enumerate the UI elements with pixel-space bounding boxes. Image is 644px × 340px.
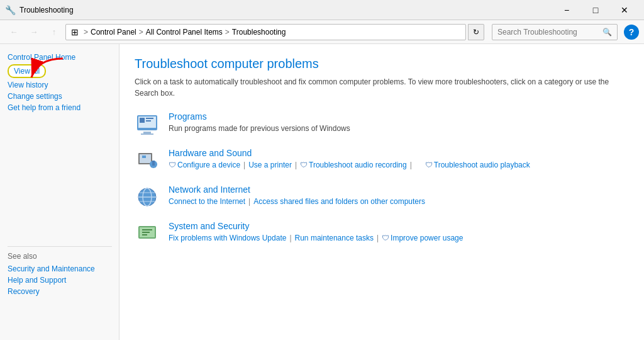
address-bar: ← → ↑ ⊞ > Control Panel > All Control Pa…	[0, 20, 644, 44]
svg-rect-10	[152, 161, 155, 166]
search-icon: 🔍	[602, 28, 612, 37]
refresh-button[interactable]: ↻	[468, 24, 484, 40]
window-icon: 🔧	[5, 5, 16, 15]
main-layout: Control Panel Home View all View history…	[0, 44, 644, 340]
troubleshoot-audio-playback-link[interactable]: Troubleshoot audio playback	[434, 161, 530, 169]
see-also-label: See also	[0, 252, 119, 261]
network-title[interactable]: Network and Internet	[169, 184, 629, 195]
troubleshoot-audio-recording-link[interactable]: Troubleshoot audio recording	[309, 161, 407, 169]
content-area: Troubleshoot computer problems Click on …	[119, 44, 644, 340]
page-description: Click on a task to automatically trouble…	[135, 76, 629, 99]
sidebar-recovery[interactable]: Recovery	[8, 286, 112, 297]
sidebar-get-help[interactable]: Get help from a friend	[8, 102, 111, 113]
configure-device-link[interactable]: Configure a device	[177, 161, 240, 169]
sidebar: Control Panel Home View all View history…	[0, 44, 119, 340]
svg-rect-6	[141, 133, 153, 135]
programs-links: Run programs made for previous versions …	[169, 124, 629, 133]
use-printer-link[interactable]: Use a printer	[248, 161, 292, 169]
sidebar-help-support[interactable]: Help and Support	[8, 275, 112, 286]
page-title: Troubleshoot computer problems	[135, 57, 629, 71]
fix-windows-update-link[interactable]: Fix problems with Windows Update	[169, 234, 286, 242]
svg-rect-3	[146, 118, 153, 119]
maximize-button[interactable]: □	[581, 0, 610, 20]
svg-rect-20	[142, 232, 150, 233]
system-security-title[interactable]: System and Security	[169, 221, 629, 231]
svg-rect-21	[142, 234, 147, 235]
network-icon	[135, 184, 160, 210]
svg-rect-5	[143, 132, 151, 133]
title-bar: 🔧 Troubleshooting − □ ✕	[0, 0, 644, 20]
close-button[interactable]: ✕	[610, 0, 639, 20]
hardware-sound-info: Hardware and Sound 🛡 Configure a device …	[169, 148, 629, 169]
access-shared-files-link[interactable]: Access shared files and folders on other…	[253, 197, 425, 206]
programs-desc: Run programs made for previous versions …	[169, 124, 350, 133]
category-system-security: System and Security Fix problems with Wi…	[135, 221, 629, 246]
hardware-sound-links: 🛡 Configure a device | Use a printer | 🛡…	[169, 161, 629, 169]
sidebar-see-also: Security and Maintenance Help and Suppor…	[0, 263, 119, 297]
address-path[interactable]: ⊞ > Control Panel > All Control Panel It…	[65, 24, 466, 40]
minimize-button[interactable]: −	[552, 0, 581, 20]
window-controls: − □ ✕	[552, 0, 639, 20]
sidebar-change-settings[interactable]: Change settings	[8, 91, 111, 102]
connect-internet-link[interactable]: Connect to the Internet	[169, 197, 245, 206]
sidebar-security-maintenance[interactable]: Security and Maintenance	[8, 263, 112, 275]
window-title: Troubleshooting	[19, 6, 552, 14]
path-home-icon: ⊞	[71, 27, 79, 37]
sidebar-main-links: Control Panel Home View all View history…	[0, 52, 119, 113]
programs-icon	[135, 111, 160, 137]
sidebar-control-panel-home[interactable]: Control Panel Home	[8, 52, 111, 63]
path-all-items: All Control Panel Items	[146, 28, 223, 37]
path-troubleshooting: Troubleshooting	[232, 28, 286, 37]
system-security-icon	[135, 221, 160, 246]
back-button[interactable]: ←	[5, 23, 23, 41]
svg-rect-4	[146, 120, 151, 122]
shield-icon-1: 🛡	[169, 161, 176, 169]
run-maintenance-link[interactable]: Run maintenance tasks	[295, 234, 374, 242]
category-programs: Programs Run programs made for previous …	[135, 111, 629, 137]
system-security-info: System and Security Fix problems with Wi…	[169, 221, 629, 242]
shield-icon-3: 🛡	[425, 161, 433, 169]
path-control-panel: Control Panel	[91, 28, 136, 37]
category-hardware-sound: Hardware and Sound 🛡 Configure a device …	[135, 148, 629, 173]
network-links: Connect to the Internet | Access shared …	[169, 197, 629, 206]
hardware-sound-icon	[135, 148, 160, 173]
sidebar-view-all[interactable]: View all	[8, 64, 46, 78]
hardware-sound-title[interactable]: Hardware and Sound	[169, 148, 629, 158]
help-button[interactable]: ?	[624, 25, 639, 40]
improve-power-link[interactable]: Improve power usage	[391, 234, 463, 242]
shield-power-icon: 🛡	[382, 234, 389, 242]
svg-rect-19	[142, 229, 152, 230]
up-button[interactable]: ↑	[45, 23, 63, 41]
system-security-links: Fix problems with Windows Update | Run m…	[169, 234, 629, 242]
search-box: 🔍	[492, 24, 618, 40]
sidebar-divider	[8, 246, 112, 247]
svg-rect-11	[142, 156, 146, 158]
search-input[interactable]	[497, 28, 602, 37]
sidebar-view-history[interactable]: View history	[8, 79, 111, 91]
svg-rect-2	[140, 118, 145, 123]
shield-icon-2: 🛡	[300, 161, 308, 169]
forward-button[interactable]: →	[25, 23, 43, 41]
programs-info: Programs Run programs made for previous …	[169, 111, 629, 133]
network-info: Network and Internet Connect to the Inte…	[169, 184, 629, 206]
programs-title[interactable]: Programs	[169, 111, 629, 122]
category-network-internet: Network and Internet Connect to the Inte…	[135, 184, 629, 210]
